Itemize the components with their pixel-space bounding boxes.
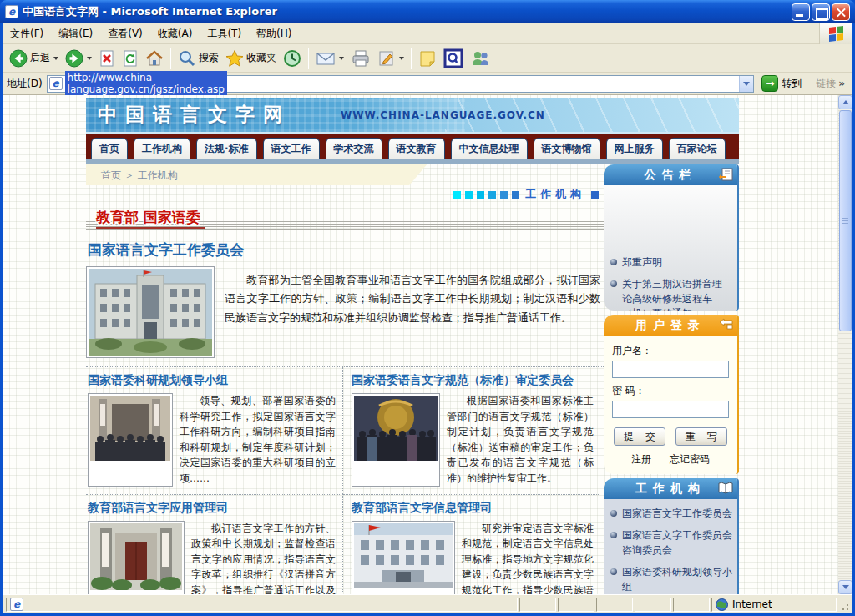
back-button[interactable]: 后退	[6, 48, 62, 69]
section-info-dept: 教育部语言文字信息管理司	[343, 494, 600, 594]
forward-button[interactable]	[62, 48, 95, 69]
dept-heading-row: 教育部 国家语委	[86, 208, 604, 233]
section-marker: 工作机构	[86, 186, 604, 203]
marker-square-icon	[591, 191, 599, 199]
menu-view[interactable]: 查看(V)	[100, 24, 150, 43]
messenger-button[interactable]	[467, 48, 495, 69]
forgot-password-link[interactable]: 忘记密码	[670, 452, 710, 467]
tab-home[interactable]: 首页	[91, 138, 128, 159]
web-page: 中国语言文字网 WWW.CHINA-LANGUAGE.GOV.CN 首页 工作机…	[3, 95, 838, 594]
tab-academic[interactable]: 学术交流	[326, 138, 382, 159]
announcement-item[interactable]: 关于第三期汉语拼音理论高级研修班返程车（机）票的通知	[610, 277, 731, 311]
breadcrumb-current: 工作机构	[138, 169, 178, 181]
tab-language-work[interactable]: 语文工作	[263, 138, 320, 159]
tab-online-service[interactable]: 网上服务	[606, 138, 663, 159]
breadcrumb-home-link[interactable]: 首页	[101, 169, 121, 181]
minimize-button[interactable]	[792, 3, 810, 21]
refresh-button[interactable]	[119, 48, 142, 69]
section-title[interactable]: 教育部语言文字信息管理司	[352, 501, 594, 516]
address-dropdown-icon[interactable]	[739, 76, 753, 92]
login-box: 用户登录 用户名： 密 码：	[604, 315, 739, 474]
status-pane	[673, 598, 710, 612]
username-field[interactable]	[612, 361, 729, 378]
forward-dropdown-icon[interactable]	[87, 57, 92, 60]
intro-block: 教育部为主管全国教育事业和语言文字工作的国务院组成部分，拟订国家语言文字工作的方…	[86, 266, 604, 358]
section-title[interactable]: 国家语委科研规划领导小组	[88, 373, 336, 388]
menu-tools[interactable]: 工具(T)	[200, 24, 249, 43]
links-label: 链接	[816, 77, 836, 91]
go-button[interactable]: → 转到	[758, 73, 805, 93]
window-title: 中国语言文字网 - Microsoft Internet Explorer	[23, 4, 792, 19]
breadcrumb: 首页 ＞ 工作机构	[86, 164, 604, 186]
section-title[interactable]: 教育部语言文字应用管理司	[88, 501, 336, 516]
menu-edit[interactable]: 编辑(E)	[51, 24, 100, 43]
stop-button[interactable]	[95, 48, 119, 69]
vertical-scrollbar[interactable]	[838, 95, 852, 594]
section-application-dept: 教育部语言文字应用管理司	[86, 494, 343, 594]
home-button[interactable]	[142, 48, 167, 69]
address-bar: 地址(D) e http://www.china-language.gov.cn…	[3, 73, 852, 95]
tab-regulations[interactable]: 法规·标准	[196, 138, 257, 159]
scroll-up-icon[interactable]	[838, 95, 852, 109]
menu-file[interactable]: 文件(F)	[3, 24, 51, 43]
mail-icon	[316, 49, 336, 68]
marker-square-icon	[512, 191, 519, 199]
login-hand-icon	[719, 318, 733, 331]
mail-button[interactable]	[312, 48, 347, 69]
tab-forum[interactable]: 百家论坛	[669, 138, 726, 159]
resize-grip[interactable]	[838, 598, 850, 612]
marker-square-icon	[465, 191, 473, 199]
app-button-blue[interactable]	[440, 47, 467, 70]
org-item[interactable]: 国家语委科研规划领导小组	[610, 565, 732, 594]
status-zone-pane: Internet	[711, 598, 837, 612]
notes-button[interactable]	[415, 48, 440, 69]
announcement-item[interactable]: 郑重声明	[610, 255, 731, 270]
maximize-button[interactable]	[812, 3, 830, 21]
submit-button[interactable]: 提 交	[614, 427, 665, 446]
site-url: WWW.CHINA-LANGUAGE.GOV.CN	[341, 109, 545, 121]
tab-info-processing[interactable]: 中文信息处理	[451, 138, 528, 159]
reset-button[interactable]: 重 写	[675, 427, 727, 446]
search-button[interactable]: 搜索	[175, 48, 222, 69]
edit-button[interactable]	[374, 48, 407, 69]
org-item[interactable]: 国家语言文字工作委员会咨询委员会	[610, 528, 732, 558]
bullet-icon	[610, 510, 617, 517]
site-name: 中国语言文字网	[98, 102, 291, 128]
login-title: 用户登录	[635, 318, 706, 333]
username-label: 用户名：	[612, 344, 729, 358]
go-label: 转到	[782, 77, 802, 91]
history-button[interactable]	[280, 48, 305, 69]
menu-favorites[interactable]: 收藏(A)	[150, 24, 200, 43]
favorites-button[interactable]: 收藏夹	[222, 48, 280, 69]
address-url[interactable]: http://www.china-language.gov.cn/jgsz/in…	[65, 71, 227, 96]
back-dropdown-icon[interactable]	[53, 57, 58, 60]
section-title[interactable]: 国家语委语言文字规范（标准）审定委员会	[352, 373, 594, 388]
home-icon	[145, 49, 164, 68]
tab-museum[interactable]: 语文博物馆	[534, 138, 600, 159]
mail-dropdown-icon[interactable]	[339, 57, 344, 60]
scrollbar-thumb[interactable]	[839, 110, 852, 331]
announcement-title: 公告栏	[645, 168, 697, 183]
favorites-star-icon	[225, 49, 244, 68]
scroll-down-icon[interactable]	[838, 580, 852, 594]
status-bar: e Internet	[3, 594, 852, 613]
status-pane	[596, 598, 633, 612]
site-banner: 中国语言文字网 WWW.CHINA-LANGUAGE.GOV.CN	[86, 98, 739, 134]
tab-work-orgs[interactable]: 工作机构	[134, 138, 190, 159]
page-viewport: 中国语言文字网 WWW.CHINA-LANGUAGE.GOV.CN 首页 工作机…	[3, 95, 852, 594]
links-button[interactable]: 链接 »	[812, 77, 848, 91]
register-link[interactable]: 注册	[631, 452, 651, 467]
print-button[interactable]	[347, 48, 374, 69]
book-icon	[718, 482, 733, 495]
notes-icon	[418, 49, 437, 68]
edit-dropdown-icon[interactable]	[399, 57, 404, 60]
address-input[interactable]: e http://www.china-language.gov.cn/jgsz/…	[47, 75, 755, 93]
menu-help[interactable]: 帮助(H)	[249, 24, 299, 43]
org-item[interactable]: 国家语言文字工作委员会	[610, 507, 732, 521]
menu-bar: 文件(F) 编辑(E) 查看(V) 收藏(A) 工具(T) 帮助(H)	[3, 23, 852, 44]
tab-education[interactable]: 语文教育	[388, 138, 445, 159]
photo-standards-committee	[352, 393, 440, 487]
close-button[interactable]	[832, 3, 850, 21]
marker-square-icon	[477, 191, 484, 199]
password-field[interactable]	[612, 401, 729, 418]
